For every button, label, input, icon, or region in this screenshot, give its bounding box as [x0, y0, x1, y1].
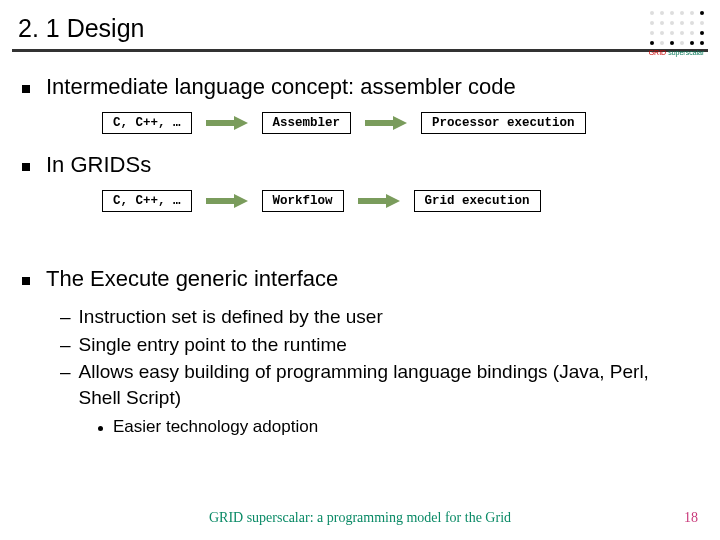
logo: GRID superscalar — [647, 8, 706, 56]
sub-bullet-item: – Instruction set is defined by the user — [60, 304, 696, 330]
flow-box: Workflow — [262, 190, 344, 212]
flow-row: C, C++, … Assembler Processor execution — [102, 112, 696, 134]
bullet-text: Intermediate language concept: assembler… — [46, 74, 516, 100]
flow-box: Assembler — [262, 112, 352, 134]
sub-bullet-text: Single entry point to the runtime — [79, 332, 347, 358]
bullet-item: In GRIDSs — [22, 152, 696, 178]
bullet-text: The Execute generic interface — [46, 266, 338, 292]
svg-rect-4 — [206, 198, 234, 204]
svg-marker-5 — [234, 194, 248, 208]
slide-header: 2. 1 Design GRID superscalar — [0, 0, 720, 49]
slide-footer: GRID superscalar: a programming model fo… — [0, 510, 720, 526]
sub-sub-bullet-item: Easier technology adoption — [98, 417, 696, 437]
logo-text: GRID superscalar — [647, 49, 706, 56]
arrow-right-icon — [365, 116, 407, 130]
logo-dots-icon — [647, 8, 706, 47]
dash-bullet-icon: – — [60, 304, 71, 330]
bullet-text: In GRIDSs — [46, 152, 151, 178]
sub-sub-bullet-text: Easier technology adoption — [113, 417, 318, 437]
dash-bullet-icon: – — [60, 359, 71, 385]
arrow-right-icon — [206, 116, 248, 130]
svg-marker-7 — [386, 194, 400, 208]
slide-title: 2. 1 Design — [18, 14, 720, 43]
svg-marker-1 — [234, 116, 248, 130]
square-bullet-icon — [22, 163, 30, 171]
sub-bullet-text: Instruction set is defined by the user — [79, 304, 383, 330]
dash-bullet-icon: – — [60, 332, 71, 358]
square-bullet-icon — [22, 277, 30, 285]
slide-content: Intermediate language concept: assembler… — [0, 52, 720, 437]
flow-box: Grid execution — [414, 190, 541, 212]
arrow-right-icon — [206, 194, 248, 208]
flow-row: C, C++, … Workflow Grid execution — [102, 190, 696, 212]
sub-bullet-item: – Single entry point to the runtime — [60, 332, 696, 358]
square-bullet-icon — [22, 85, 30, 93]
arrow-right-icon — [358, 194, 400, 208]
svg-rect-0 — [206, 120, 234, 126]
svg-rect-6 — [358, 198, 386, 204]
flow-box: Processor execution — [421, 112, 586, 134]
flow-box: C, C++, … — [102, 190, 192, 212]
flow-box: C, C++, … — [102, 112, 192, 134]
svg-marker-3 — [393, 116, 407, 130]
page-number: 18 — [684, 510, 698, 526]
sub-bullet-item: – Allows easy building of programming la… — [60, 359, 696, 410]
dot-bullet-icon — [98, 426, 103, 431]
svg-rect-2 — [365, 120, 393, 126]
bullet-item: The Execute generic interface — [22, 266, 696, 292]
sub-bullet-text: Allows easy building of programming lang… — [79, 359, 696, 410]
bullet-item: Intermediate language concept: assembler… — [22, 74, 696, 100]
